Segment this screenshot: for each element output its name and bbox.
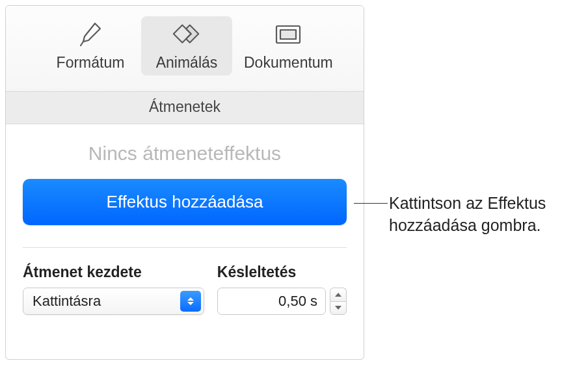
delay-value: 0,50 s <box>278 293 317 310</box>
tab-format-label: Formátum <box>57 54 125 72</box>
settings-row: Átmenet kezdete Kattintásra Késleltetés … <box>23 264 347 315</box>
start-select[interactable]: Kattintásra <box>23 288 204 315</box>
stepper-up-button[interactable] <box>330 288 347 301</box>
delay-input[interactable]: 0,50 s <box>217 288 326 315</box>
start-field: Átmenet kezdete Kattintásra <box>23 264 204 315</box>
section-title: Átmenetek <box>6 92 364 124</box>
stepper-down-button[interactable] <box>330 301 347 316</box>
delay-label: Késleltetés <box>217 264 347 281</box>
tab-document[interactable]: Dokumentum <box>237 16 340 75</box>
delay-field: Késleltetés 0,50 s <box>217 264 347 315</box>
callout-leader-line <box>354 203 388 204</box>
divider <box>23 247 347 248</box>
chevron-up-icon <box>335 293 341 297</box>
diamond-icon <box>171 19 202 50</box>
add-effect-button[interactable]: Effektus hozzáadása <box>23 179 347 225</box>
transition-content: Nincs átmeneteffektus Effektus hozzáadás… <box>6 124 364 315</box>
callout-line1: Kattintson az Effektus <box>389 194 546 212</box>
start-label: Átmenet kezdete <box>23 264 204 281</box>
tab-format[interactable]: Formátum <box>45 16 136 75</box>
no-effect-text: Nincs átmeneteffektus <box>23 142 347 165</box>
tab-animate-label: Animálás <box>156 54 218 72</box>
inspector-panel: Formátum Animálás Dokumentum Átmenetek N… <box>5 5 364 360</box>
tab-animate[interactable]: Animálás <box>141 16 232 75</box>
inspector-toolbar: Formátum Animálás Dokumentum <box>6 6 364 92</box>
chevron-down-icon <box>335 306 341 310</box>
callout-line2: hozzáadása gombra. <box>389 216 541 234</box>
document-icon <box>273 19 304 50</box>
chevron-up-down-icon <box>180 291 201 312</box>
delay-stepper: 0,50 s <box>217 288 347 315</box>
tab-document-label: Dokumentum <box>244 54 333 72</box>
callout-text: Kattintson az Effektus hozzáadása gombra… <box>389 193 578 237</box>
start-value: Kattintásra <box>33 293 101 310</box>
stepper-buttons <box>330 288 347 315</box>
paintbrush-icon <box>75 19 106 50</box>
svg-rect-1 <box>280 30 296 39</box>
